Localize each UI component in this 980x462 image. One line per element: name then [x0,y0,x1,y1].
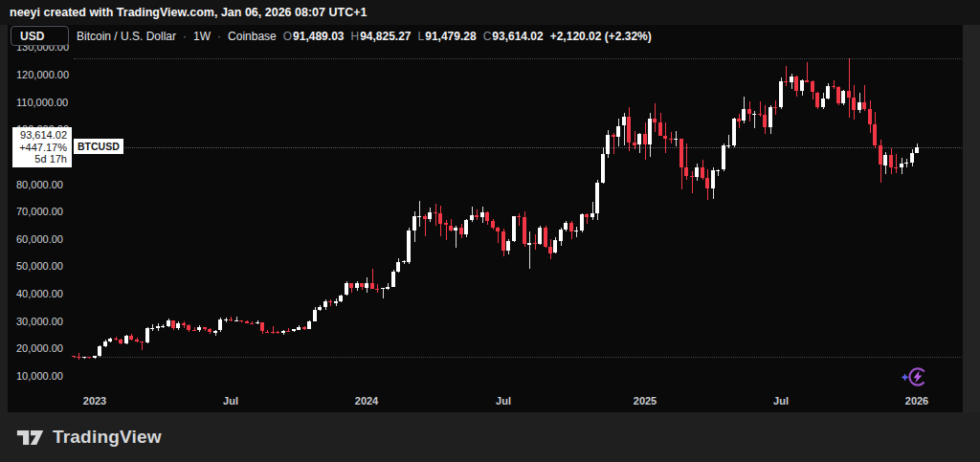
candle-body [742,109,746,121]
candle-body [553,240,557,253]
candle-body [145,328,149,342]
ohlc-close: C 93,614.02 [483,30,544,43]
candle-body [161,326,165,327]
ohlc-low: L 91,479.28 [418,30,477,43]
candle-wick [535,234,536,250]
candle-body [643,134,647,144]
candle-body [129,336,133,340]
candle-body [832,86,835,87]
candle-body [417,216,421,217]
candle-body [103,341,107,346]
bar-close-countdown: 5d 17h [15,153,67,165]
candle-body [794,77,798,91]
candle-body [722,145,725,169]
candle-body [711,170,715,188]
candle-wick [383,288,384,298]
candle-body [187,325,190,330]
candle-body [648,119,652,144]
price-line-current-price [74,147,962,148]
candle-body [150,328,154,329]
candle-body [485,212,489,221]
candle-body [218,319,222,330]
candle-body [548,247,552,253]
candle-body [370,283,374,289]
candle-body [868,109,872,124]
candle-body [527,243,531,245]
candle-body [862,102,866,109]
candle-body [847,91,851,98]
candle-body [423,216,427,219]
candle-body [256,322,259,323]
candle-body [297,327,301,330]
candle-wick [519,213,520,226]
candle-body [836,87,840,103]
time-axis-label: Jul [496,395,511,407]
plot-layer: 130,000.00120,000.00110,000.00100,000.00… [0,0,980,462]
symbol-description[interactable]: Bitcoin / U.S. Dollar [77,30,176,43]
candle-body [784,81,788,82]
candle-body [858,102,861,110]
candle-body [883,155,887,165]
candle-wick [576,227,577,237]
candle-body [176,323,180,328]
ohlc-high: H 94,825.27 [350,30,411,43]
candle-body [732,119,736,145]
candle-body [250,323,254,324]
time-axis-label: 2024 [355,395,378,407]
candle-body [506,241,510,251]
lightning-circle-icon [901,365,929,389]
candle-wick [692,171,693,193]
candle-body [889,155,893,167]
candle-wick [896,154,897,173]
candle-body [375,289,379,290]
candle-body [879,145,882,165]
candle-body [434,212,437,213]
candle-body [590,213,594,217]
symbol-header: Bitcoin / U.S. Dollar · 1W · Coinbase O … [77,30,652,43]
candle-body [313,310,317,321]
candle-body [574,231,578,231]
price-axis-label: 70,000.00 [16,206,63,217]
candle-body [307,321,311,329]
candle-body [318,307,322,310]
candle-body [365,283,368,288]
candle-body [873,124,877,145]
candle-body [705,178,709,188]
candle-body [339,296,343,301]
candle-body [904,163,908,164]
time-axis-label: 2025 [634,395,657,407]
candle-body [171,320,175,328]
candle-body [438,213,442,224]
candle-body [265,332,269,333]
candle-body [779,81,783,107]
candle-body [538,228,542,244]
candle-body [752,114,756,115]
candle-body [763,115,767,127]
candle-body [612,135,615,137]
candle-body [245,321,249,323]
candle-body [454,228,457,231]
candle-body [544,228,547,247]
candle-body [826,86,830,99]
candle-body [585,214,589,217]
candle-body [726,145,730,146]
candle-body [805,80,809,82]
candle-body [167,320,170,326]
currency-unit-button[interactable]: USD [11,26,69,46]
candle-body [135,340,139,341]
candle-body [276,332,279,333]
candle-wick [807,62,808,82]
candle-body [229,319,233,320]
candle-body [360,283,364,287]
candle-body [679,139,683,167]
interval-label[interactable]: 1W [193,30,211,43]
candle-body [512,216,516,241]
candle-body [501,231,505,251]
candle-body [464,220,468,234]
candle-body [140,341,144,342]
candle-body [114,339,118,340]
candle-body [637,134,641,144]
replay-boost-icon[interactable] [901,365,929,389]
time-axis-label: Jul [773,395,789,407]
tradingview-logo[interactable]: TradingView [16,427,162,448]
